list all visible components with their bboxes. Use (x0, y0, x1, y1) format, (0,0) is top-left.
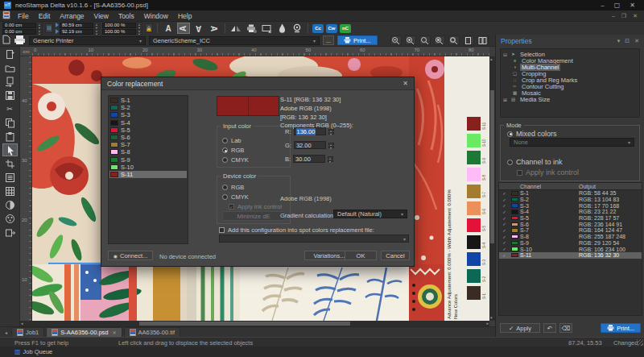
menu-help[interactable]: Help (173, 12, 196, 20)
row-checkbox[interactable]: ✓ (499, 197, 510, 202)
position-x-stepper[interactable] (37, 23, 43, 28)
horizontal-scrollbar[interactable]: ◂ ▸ (20, 321, 489, 326)
position-x-field[interactable]: 0.00 cm (2, 23, 36, 28)
panel-close-icon[interactable]: ✕ (634, 38, 639, 44)
row-checkbox[interactable]: ✓ (499, 191, 510, 196)
channel-row[interactable]: ✓S-3RGB: 17 70 168 (499, 202, 642, 209)
layers-button[interactable] (2, 171, 18, 184)
mdi-close-button[interactable]: ✕ (633, 13, 638, 19)
zoom-100-button[interactable] (419, 35, 431, 45)
apply-button[interactable]: ✓Apply (500, 323, 540, 333)
menu-view[interactable]: View (89, 12, 114, 20)
ink-drop-icon[interactable] (275, 23, 288, 34)
menu-edit[interactable]: Edit (34, 12, 56, 20)
dialog-title-bar[interactable]: Color replacement ✕ (101, 77, 414, 90)
horizontal-scroll-thumb[interactable] (139, 322, 350, 326)
revert-button[interactable]: ⌫ (559, 323, 572, 333)
rgb-radio[interactable]: RGB (222, 147, 244, 154)
dialog-color-row[interactable]: S-7 (109, 141, 187, 148)
row-checkbox[interactable]: ✓ (499, 247, 510, 251)
r-field[interactable]: 136.00 (294, 127, 326, 135)
channel-row[interactable]: ✓S-7RGB: 164 124 47 (499, 227, 642, 234)
cmyk-radio[interactable]: CMYK (222, 156, 249, 164)
channel-row[interactable]: ✓S-2RGB: 13 104 83 (499, 197, 642, 203)
lock-aspect-button[interactable]: 🔒 (145, 23, 153, 33)
undo-button[interactable]: ↶ (543, 323, 556, 333)
spectrophotometer-icon[interactable] (291, 23, 303, 34)
expand-icon[interactable]: ⊞ (502, 97, 508, 102)
g-field[interactable]: 32.00 (294, 141, 326, 149)
row-checkbox[interactable]: ✓ (499, 253, 510, 258)
channel-row[interactable]: ✓S-5RGB: 228 17 57 (499, 215, 642, 222)
export-button[interactable] (2, 226, 18, 239)
dialog-color-row[interactable]: S-8 (109, 148, 187, 156)
tab-scroll-left-button[interactable]: ◂ (2, 330, 10, 335)
panel-pin-icon[interactable]: ⊡ (625, 38, 630, 44)
profile-badge-cc[interactable]: Cc (312, 24, 324, 33)
job-queue-bar[interactable]: ▥ Job Queue (0, 347, 644, 357)
menu-tools[interactable]: Tools (114, 12, 139, 20)
single-page-view-button[interactable] (463, 35, 474, 45)
scale-y-field[interactable]: 100.00 % (102, 29, 136, 35)
tab-close-icon[interactable]: ✕ (113, 330, 117, 335)
vertical-scroll-thumb[interactable] (490, 90, 494, 243)
row-checkbox[interactable]: ✓ (499, 240, 510, 245)
width-stepper[interactable] (94, 23, 100, 28)
device-rgb-radio[interactable]: RGB (222, 184, 244, 191)
lab-radio[interactable]: Lab (222, 137, 242, 144)
mirror-icon[interactable] (229, 23, 242, 34)
apply-ink-control-checkbox[interactable]: Apply ink control (517, 168, 579, 176)
zoom-in-button[interactable] (405, 35, 416, 45)
channel-row[interactable]: ✓S-9RGB: 29 120 54 (499, 240, 642, 247)
vertical-scrollbar[interactable]: ▴ ▾ (489, 56, 495, 321)
window-close-button[interactable]: ✕ (630, 2, 635, 9)
connect-button[interactable]: ◉ Connect... (108, 251, 153, 260)
row-checkbox[interactable]: ✓ (499, 203, 510, 208)
mixed-colors-select[interactable]: None▾ (510, 138, 634, 147)
dialog-color-row[interactable]: S-4 (109, 119, 187, 127)
layout-frame-icon[interactable] (260, 23, 273, 34)
row-checkbox[interactable]: ✓ (499, 228, 510, 233)
channel-row[interactable]: ✓S-8RGB: 255 187 248 (499, 234, 642, 240)
new-job-icon[interactable] (2, 35, 10, 46)
menu-file[interactable]: File (13, 12, 34, 20)
b-field[interactable]: 30.00 (293, 155, 325, 163)
rotate-180-button[interactable]: A (192, 23, 205, 34)
device-cmyk-radio[interactable]: CMYK (222, 193, 249, 201)
dialog-color-row[interactable]: S-11 (109, 171, 187, 178)
channel-row[interactable]: ✓S-6RGB: 236 144 91 (499, 221, 642, 227)
multi-page-view-button[interactable] (477, 35, 489, 45)
dialog-color-row[interactable]: S-3 (109, 111, 187, 118)
printer-select[interactable]: Generic Printer▾ (29, 36, 146, 45)
height-stepper[interactable] (94, 29, 100, 35)
gradient-calculation-select[interactable]: Default (Natural)▾ (333, 210, 407, 218)
channel-to-ink-radio[interactable]: Channel to ink (507, 158, 563, 166)
cut-button[interactable]: ✂ (2, 102, 18, 115)
tab-aa6356-00-tif[interactable]: AA6356-00.tif (124, 327, 180, 337)
open-file-button[interactable] (2, 61, 18, 74)
profile-badge-cw[interactable]: Cw (326, 24, 337, 33)
menu-arrange[interactable]: Arrange (55, 12, 89, 20)
new-document-button[interactable] (2, 48, 18, 60)
height-field[interactable]: 92.19 cm (60, 29, 93, 35)
select-tool-button[interactable] (2, 143, 18, 156)
printer-settings-icon[interactable] (245, 23, 258, 34)
menu-window[interactable]: Window (139, 12, 173, 20)
tab-job1[interactable]: Job1 (11, 327, 44, 337)
channel-row[interactable]: ✓S-4RGB: 23 21 22 (499, 209, 642, 215)
dialog-color-row[interactable]: S-1 (109, 97, 187, 104)
print-button[interactable]: Print... (337, 35, 378, 45)
mixed-colors-radio[interactable]: Mixed colors (507, 130, 557, 138)
width-field[interactable]: 80.59 cm (60, 23, 93, 28)
row-checkbox[interactable]: ✓ (499, 235, 510, 239)
position-y-field[interactable]: 0.00 cm (2, 29, 36, 35)
window-maximize-button[interactable]: ▢ (614, 2, 621, 9)
crop-tool-button[interactable] (2, 157, 18, 170)
add-config-checkbox[interactable]: Add this configuration into spot colors … (219, 226, 374, 234)
import-button[interactable] (2, 75, 18, 88)
scheme-select[interactable]: GenericScheme_ICC▾ (149, 36, 320, 45)
spot-colors-file-field[interactable]: ▾ (219, 235, 409, 243)
g-stepper[interactable] (328, 143, 334, 148)
contrast-button[interactable] (2, 198, 18, 211)
position-y-stepper[interactable] (37, 29, 43, 35)
